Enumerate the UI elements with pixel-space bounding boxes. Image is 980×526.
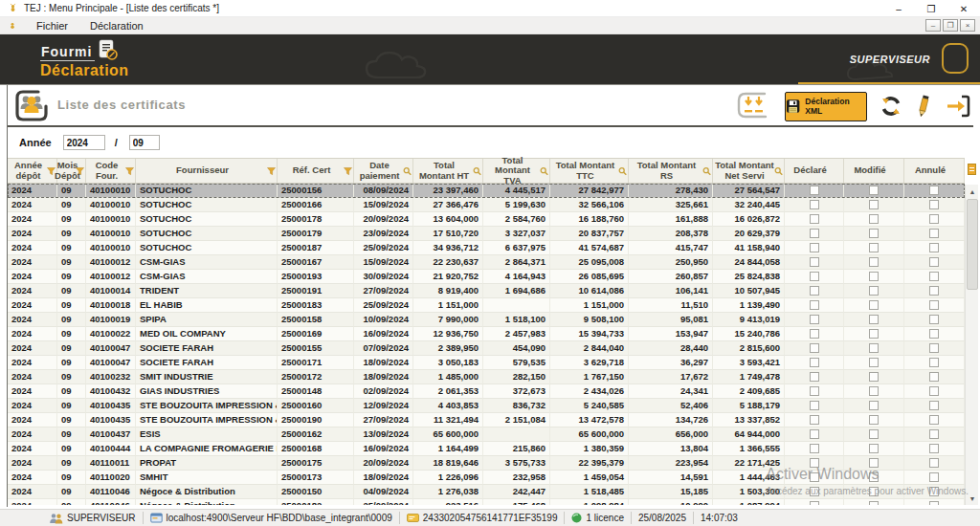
declare-checkbox[interactable] bbox=[810, 243, 819, 252]
modifie-checkbox[interactable] bbox=[869, 401, 879, 410]
declare-checkbox[interactable] bbox=[810, 214, 819, 224]
menu-declaration[interactable]: Déclaration bbox=[87, 19, 146, 33]
annule-checkbox[interactable] bbox=[929, 257, 939, 267]
modifie-checkbox[interactable] bbox=[869, 358, 879, 367]
table-row[interactable]: 20240940110011PROPAT2500017520/09/202418… bbox=[8, 456, 965, 471]
edit-pencil-icon[interactable] bbox=[915, 94, 932, 119]
close-button[interactable]: ✕ bbox=[947, 0, 980, 17]
table-row[interactable]: 20240940100019SPIPA2500015810/09/20247 9… bbox=[8, 313, 965, 327]
table-row[interactable]: 20240940100012CSM-GIAS2500019330/09/2024… bbox=[8, 270, 965, 284]
modifie-checkbox[interactable] bbox=[869, 429, 879, 439]
search-icon[interactable] bbox=[774, 166, 783, 175]
modifie-checkbox[interactable] bbox=[869, 186, 879, 195]
annule-checkbox[interactable] bbox=[929, 444, 939, 453]
modifie-checkbox[interactable] bbox=[869, 444, 879, 453]
column-header-tva[interactable]: Total Montant TVA bbox=[483, 159, 550, 183]
annule-checkbox[interactable] bbox=[929, 329, 939, 339]
modifie-checkbox[interactable] bbox=[869, 386, 879, 396]
declare-checkbox[interactable] bbox=[810, 386, 819, 396]
declare-checkbox[interactable] bbox=[810, 458, 819, 468]
table-row[interactable]: 20240940100014TRIDENT2500019127/09/20248… bbox=[8, 284, 965, 298]
table-row[interactable]: 20240940100010SOTUCHOC2500016615/09/2024… bbox=[8, 198, 965, 212]
modifie-checkbox[interactable] bbox=[869, 458, 879, 468]
table-row[interactable]: 20240940110046Négoce & Distribution25000… bbox=[8, 499, 965, 505]
search-icon[interactable] bbox=[702, 166, 711, 175]
column-header-ttc[interactable]: Total Montant TTC bbox=[550, 159, 629, 183]
modifie-checkbox[interactable] bbox=[869, 300, 879, 310]
search-icon[interactable] bbox=[403, 166, 412, 175]
annule-checkbox[interactable] bbox=[929, 487, 939, 496]
menu-fichier[interactable]: Fichier bbox=[33, 19, 71, 33]
scroll-thumb[interactable] bbox=[967, 199, 978, 290]
column-header-code[interactable]: Code Four. bbox=[86, 159, 136, 183]
modifie-checkbox[interactable] bbox=[869, 329, 879, 339]
column-header-date[interactable]: Date paiement bbox=[354, 159, 413, 183]
annule-checkbox[interactable] bbox=[929, 458, 939, 468]
annule-checkbox[interactable] bbox=[929, 272, 939, 281]
annule-checkbox[interactable] bbox=[929, 472, 939, 482]
restore-button[interactable]: ❐ bbox=[915, 0, 947, 17]
table-row[interactable]: 20240940100047SOCIETE FARAH2500015507/09… bbox=[8, 341, 965, 356]
filter-funnel-icon[interactable] bbox=[125, 166, 134, 175]
modifie-checkbox[interactable] bbox=[869, 315, 879, 324]
column-header-ref[interactable]: Réf. Cert bbox=[278, 159, 354, 183]
annule-checkbox[interactable] bbox=[929, 229, 939, 238]
modifie-checkbox[interactable] bbox=[869, 200, 879, 209]
filter-funnel-icon[interactable] bbox=[344, 166, 352, 175]
year-input[interactable] bbox=[63, 135, 105, 150]
filter-funnel-icon[interactable] bbox=[76, 166, 84, 175]
annule-checkbox[interactable] bbox=[929, 315, 939, 324]
table-row[interactable]: 20240940100010SOTUCHOC2500017923/09/2024… bbox=[8, 227, 965, 241]
modifie-checkbox[interactable] bbox=[869, 272, 879, 281]
column-picker-icon[interactable] bbox=[968, 164, 976, 175]
declare-checkbox[interactable] bbox=[810, 286, 819, 296]
declare-checkbox[interactable] bbox=[810, 429, 819, 439]
annule-checkbox[interactable] bbox=[929, 186, 939, 195]
search-icon[interactable] bbox=[540, 166, 548, 175]
table-row[interactable]: 20240940100022MED OIL COMPANY2500016916/… bbox=[8, 327, 965, 341]
insert-lines-icon[interactable] bbox=[734, 91, 772, 121]
column-header-ht[interactable]: Total Montant HT bbox=[413, 159, 483, 183]
exit-icon[interactable] bbox=[945, 94, 971, 119]
table-row[interactable]: 20240940110020SMHIT2500017318/09/20241 2… bbox=[8, 471, 965, 485]
column-header-mois[interactable]: Mois Dépôt bbox=[57, 159, 86, 183]
declare-checkbox[interactable] bbox=[810, 372, 819, 382]
declare-checkbox[interactable] bbox=[810, 415, 819, 425]
column-header-rs[interactable]: Total Montant RS bbox=[629, 159, 713, 183]
declare-checkbox[interactable] bbox=[810, 257, 819, 267]
search-icon[interactable] bbox=[618, 166, 627, 175]
minimize-button[interactable]: – bbox=[882, 0, 915, 17]
vertical-scrollbar[interactable]: ▲ ▼ bbox=[965, 185, 978, 505]
declare-checkbox[interactable] bbox=[810, 200, 819, 209]
modifie-checkbox[interactable] bbox=[869, 243, 879, 252]
declare-checkbox[interactable] bbox=[810, 315, 819, 324]
table-row[interactable]: 20240940100444LA COMPAGNIE FROMAGERIE DE… bbox=[8, 442, 965, 456]
declaration-xml-button[interactable]: Déclaration XML bbox=[785, 92, 867, 121]
declare-checkbox[interactable] bbox=[810, 487, 819, 496]
declare-checkbox[interactable] bbox=[810, 501, 819, 505]
annule-checkbox[interactable] bbox=[929, 501, 939, 505]
column-header-net[interactable]: Total Montant Net Servi bbox=[713, 159, 785, 183]
table-row[interactable]: 20240940110046Négoce & Distribution25000… bbox=[8, 485, 965, 499]
month-input[interactable] bbox=[129, 135, 160, 150]
annule-checkbox[interactable] bbox=[929, 200, 939, 209]
mdi-close-button[interactable]: × bbox=[960, 19, 975, 32]
column-header-declare[interactable]: Déclaré bbox=[785, 159, 844, 183]
declare-checkbox[interactable] bbox=[810, 358, 819, 367]
annule-checkbox[interactable] bbox=[929, 243, 939, 252]
column-header-annee[interactable]: Année dépôt bbox=[8, 159, 57, 183]
declare-checkbox[interactable] bbox=[810, 229, 819, 238]
annule-checkbox[interactable] bbox=[929, 286, 939, 296]
declare-checkbox[interactable] bbox=[810, 300, 819, 310]
scroll-up-arrow[interactable]: ▲ bbox=[966, 185, 979, 198]
modifie-checkbox[interactable] bbox=[869, 501, 879, 505]
table-row[interactable]: 20240940100432GIAS INDUSTRIES2500014802/… bbox=[8, 384, 965, 399]
annule-checkbox[interactable] bbox=[929, 300, 939, 310]
declare-checkbox[interactable] bbox=[810, 329, 819, 339]
scroll-down-arrow[interactable]: ▼ bbox=[966, 492, 979, 505]
column-header-fournisseur[interactable]: Fournisseur bbox=[136, 159, 278, 183]
table-row[interactable]: 20240940100010SOTUCHOC2500017820/09/2024… bbox=[8, 212, 965, 227]
mdi-restore-button[interactable]: ❐ bbox=[943, 19, 958, 32]
modifie-checkbox[interactable] bbox=[869, 472, 879, 482]
column-header-modifie[interactable]: Modifié bbox=[844, 159, 904, 183]
